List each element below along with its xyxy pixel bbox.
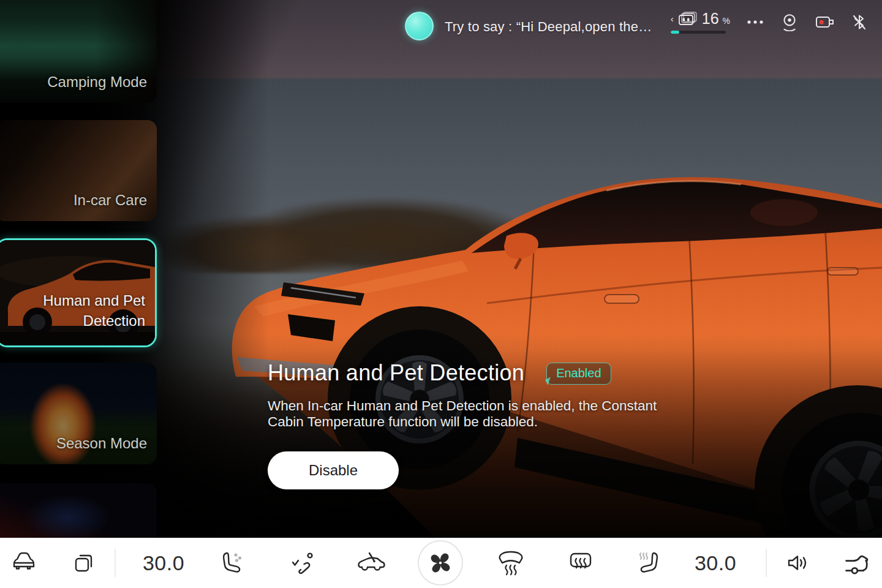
charge-port-button[interactable] <box>843 549 872 576</box>
feature-header: Human and Pet Detection Enabled <box>268 360 611 386</box>
seat-ventilation-icon <box>219 549 246 576</box>
fan-button[interactable] <box>418 540 463 586</box>
sidebar-item-camping-mode[interactable]: Camping Mode <box>0 0 157 103</box>
climate-toolbar: 30.0 <box>0 538 882 588</box>
recirculation-button[interactable] <box>356 549 385 576</box>
battery-percent: 16 <box>702 10 719 28</box>
fan-icon <box>427 549 454 576</box>
battery-percent-sign: % <box>723 16 730 26</box>
seat-heating-button[interactable] <box>635 549 662 576</box>
temperature-left[interactable]: 30.0 <box>143 551 184 575</box>
card-label: Season Mode <box>56 435 147 452</box>
toolbar-divider <box>115 549 116 577</box>
temperature-left-value: 30.0 <box>143 551 184 575</box>
status-badge: Enabled <box>546 363 611 385</box>
rear-defrost-button[interactable] <box>567 549 595 577</box>
more-icon[interactable] <box>746 13 764 31</box>
front-defrost-icon <box>497 549 525 577</box>
fan-button-circle <box>418 540 463 586</box>
battery-progress-bar <box>671 31 726 34</box>
rear-defrost-icon <box>567 549 595 577</box>
bluetooth-off-icon[interactable] <box>851 13 867 31</box>
toolbar-divider <box>766 549 767 577</box>
card-label: Human and Pet Detection <box>17 290 145 331</box>
feature-description: When In-car Human and Pet Detection is e… <box>268 398 690 430</box>
car-settings-button[interactable] <box>9 549 37 576</box>
chevron-left-icon: ‹ <box>671 14 674 23</box>
card-label: In-car Care <box>74 192 147 209</box>
sidebar-item-incar-care[interactable]: In-car Care <box>0 120 157 221</box>
split-screen-icon <box>71 550 97 576</box>
volume-button[interactable] <box>785 549 812 576</box>
temperature-right[interactable]: 30.0 <box>695 551 736 575</box>
air-distribution-button[interactable] <box>290 549 317 576</box>
webcam-icon[interactable] <box>780 13 799 31</box>
battery-progress-fill <box>671 31 679 34</box>
ev-battery-status[interactable]: ‹ 16 % <box>671 10 730 34</box>
front-defrost-button[interactable] <box>497 549 525 577</box>
volume-icon <box>785 549 812 576</box>
page-title: Human and Pet Detection <box>268 360 524 386</box>
sidebar-item-season-mode[interactable]: Season Mode <box>0 363 157 464</box>
sidebar-item-human-pet-detection-selected[interactable]: Human and Pet Detection <box>0 238 157 347</box>
car-front-icon <box>9 549 37 576</box>
ev-battery-icon <box>677 10 698 28</box>
dvr-recording-icon[interactable] <box>815 13 835 31</box>
voice-assistant-icon[interactable] <box>405 12 434 40</box>
recirculation-icon <box>356 549 385 576</box>
card-label: Camping Mode <box>47 74 147 91</box>
air-distribution-icon <box>290 549 317 576</box>
disable-button[interactable]: Disable <box>268 451 399 489</box>
seat-heating-icon <box>635 549 662 576</box>
voice-hint-text: Try to say : “Hi Deepal,open the… <box>445 19 652 35</box>
charge-port-icon <box>843 549 872 576</box>
seat-ventilation-button[interactable] <box>219 549 246 576</box>
split-screen-button[interactable] <box>71 550 97 576</box>
temperature-right-value: 30.0 <box>695 551 736 575</box>
infotainment-screen: Try to say : “Hi Deepal,open the… ‹ 16 % <box>0 0 882 588</box>
status-icons: ‹ 16 % <box>671 10 867 34</box>
